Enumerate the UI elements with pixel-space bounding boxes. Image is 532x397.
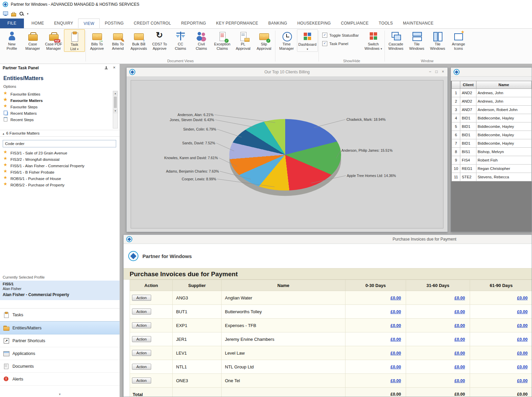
amount-link-31-60[interactable]: £0.00 — [455, 365, 465, 369]
ribbon-tab[interactable]: VIEW — [78, 19, 100, 28]
pin-icon[interactable] — [104, 66, 108, 70]
ribbon-button[interactable]: Case PDFManager — [43, 29, 64, 51]
ribbon-tab[interactable]: POSTING — [100, 19, 129, 28]
binoculars-search-icon[interactable] — [19, 11, 25, 16]
amount-link-31-60[interactable]: £0.00 — [455, 378, 465, 383]
ribbon-tab[interactable]: HOUSEKEEPING — [292, 19, 336, 28]
client-table-row[interactable]: 1 AND2 Andrews, John — [452, 89, 532, 97]
client-table-row[interactable]: 10 REG1 Regan Christopher — [452, 165, 532, 173]
client-table-row[interactable]: 2 AND2 Andrews, John — [452, 97, 532, 106]
ribbon-button[interactable]: PLApproval — [233, 29, 254, 51]
sidebar-nav-item[interactable]: Partner Shortcuts — [0, 334, 120, 347]
ribbon-button[interactable]: SlipApproval — [254, 29, 274, 51]
ribbon-checkbox[interactable]: ✓ Toggle StatusBar — [322, 33, 359, 38]
amount-link-0-30[interactable]: £0.00 — [391, 310, 401, 314]
task-panel-option[interactable]: Favourite Entities — [1, 91, 111, 97]
ribbon-button[interactable]: NewProfile — [1, 29, 22, 51]
action-button[interactable]: Action — [132, 364, 151, 370]
ribbon-button[interactable]: CascadeWindows — [386, 29, 406, 51]
amount-link-61-90[interactable]: £0.00 — [517, 351, 528, 356]
client-table-row[interactable]: 7 BID1 Biddlecombe, Hayley — [452, 139, 532, 148]
task-panel-option[interactable]: Favourite Matters — [1, 97, 111, 103]
close-panel-icon[interactable]: × — [113, 65, 115, 70]
selected-profile[interactable]: FIS5/1 Alan Fisher Alan Fisher - Commerc… — [0, 281, 120, 300]
amount-link-31-60[interactable]: £0.00 — [455, 351, 465, 356]
ribbon-tab[interactable]: COMPLIANCE — [336, 19, 374, 28]
ribbon-tab[interactable]: REPORTING — [176, 19, 211, 28]
action-button[interactable]: Action — [132, 322, 151, 328]
amount-link-0-30[interactable]: £0.00 — [391, 378, 401, 383]
amount-link-61-90[interactable]: £0.00 — [517, 323, 528, 328]
invoice-window-titlebar[interactable]: Purchase Invoices due for Payment — [124, 235, 532, 244]
ribbon-button[interactable]: CDS7 ToApprove — [149, 29, 170, 51]
amount-link-61-90[interactable]: £0.00 — [517, 296, 528, 300]
ribbon-button[interactable]: CCClaims — [170, 29, 191, 51]
scroll-thumb[interactable] — [114, 97, 117, 108]
favourite-matter-item[interactable]: FIS3/2 - Wrongfull dismissial — [1, 156, 118, 162]
client-table-row[interactable]: 8 BIS1 Bishop, Melvyn — [452, 148, 532, 156]
ribbon-button[interactable]: Bills ToApprove — [87, 29, 107, 51]
task-panel-option[interactable]: Recent Matters — [1, 110, 111, 116]
ribbon-button[interactable]: Dashboard ▾ — [297, 29, 318, 52]
ribbon-tab[interactable]: FILE — [0, 19, 24, 28]
chart-window-titlebar[interactable]: Our Top 10 Clients Billing −□× — [127, 68, 447, 77]
ribbon-button[interactable]: TileWindows — [406, 29, 427, 51]
action-button[interactable]: Action — [132, 350, 151, 356]
qat-dropdown-icon[interactable]: ▾ — [27, 12, 29, 15]
ribbon-tab[interactable]: ENQUIRY — [49, 19, 78, 28]
minimize-icon[interactable]: − — [429, 69, 431, 74]
action-button[interactable]: Action — [132, 309, 151, 315]
amount-link-31-60[interactable]: £0.00 — [455, 337, 465, 342]
sidebar-nav-item[interactable]: Tasks — [0, 309, 120, 321]
ribbon-button[interactable]: TaskList ▾ — [64, 29, 85, 52]
ribbon-button[interactable]: TimeManager — [276, 29, 297, 51]
nav-scroll-down-icon[interactable]: ▾ — [0, 392, 120, 396]
amount-link-0-30[interactable]: £0.00 — [391, 323, 401, 328]
ribbon-button[interactable]: ExceptionClaims — [212, 29, 233, 51]
ribbon-tab[interactable]: TOOLS — [374, 19, 398, 28]
action-button[interactable]: Action — [132, 295, 151, 301]
amount-link-31-60[interactable]: £0.00 — [455, 310, 465, 314]
ribbon-tab[interactable]: MAINTENANCE — [398, 19, 439, 28]
amount-link-31-60[interactable]: £0.00 — [455, 323, 465, 328]
ribbon-button[interactable]: TileWindows — [427, 29, 448, 51]
ribbon-tab[interactable]: CREDIT CONTROL — [129, 19, 176, 28]
options-scrollbar[interactable]: ▲ ▼ — [113, 91, 118, 129]
action-button[interactable]: Action — [132, 336, 151, 342]
task-panel-option[interactable]: Recent Steps — [1, 116, 111, 122]
ribbon-button[interactable]: CivilClaims — [191, 29, 212, 51]
client-table-row[interactable]: 6 BID1 Biddlecombe, Hayley — [452, 131, 532, 139]
sidebar-nav-item[interactable]: Alerts — [0, 373, 120, 386]
task-panel-option[interactable]: Favourite Steps — [1, 103, 111, 110]
ribbon-button[interactable]: Bulk BillApprovals — [128, 29, 149, 51]
ribbon-tab[interactable]: HOME — [27, 19, 49, 28]
amount-link-61-90[interactable]: £0.00 — [517, 310, 528, 314]
close-icon[interactable]: × — [442, 69, 444, 74]
client-table-row[interactable]: 4 BID1 Biddlecombe, Hayley — [452, 114, 532, 122]
favourite-matter-item[interactable]: ROBS/2 - Purchase of Property — [1, 181, 118, 188]
amount-link-0-30[interactable]: £0.00 — [391, 351, 401, 356]
amount-link-61-90[interactable]: £0.00 — [517, 365, 528, 369]
favourite-matter-item[interactable]: FIS3/1 - Sale of 23 Grain Avenue — [1, 149, 118, 156]
sidebar-nav-item[interactable]: Documents — [0, 360, 120, 373]
favourite-matter-item[interactable]: ROBS/1 - Purchase of House — [1, 175, 118, 181]
favourite-matters-header[interactable]: ▴6 Favourite Matters — [0, 130, 120, 137]
client-column-header[interactable]: Client — [460, 81, 476, 89]
sidebar-nav-item[interactable]: Applications — [0, 347, 120, 360]
ribbon-tab[interactable]: BANKING — [263, 19, 292, 28]
amount-link-0-30[interactable]: £0.00 — [391, 365, 401, 369]
ribbon-button[interactable]: CaseManager — [22, 29, 43, 51]
favourite-matter-item[interactable]: FIS5/1 - Alan Fisher - Commercial Proper… — [1, 162, 118, 169]
client-table-row[interactable]: 9 FIS4 Robert Fish — [452, 156, 532, 165]
ribbon-button[interactable]: ArrangeIcons — [448, 29, 469, 51]
amount-link-0-30[interactable]: £0.00 — [391, 337, 401, 342]
clients-window-titlebar[interactable] — [451, 68, 532, 77]
client-table-row[interactable]: 11 STE2 Stevens, Rebecca — [452, 173, 532, 181]
collapse-icon[interactable]: ▴ — [3, 132, 4, 135]
ribbon-button[interactable]: Bills ToAmend — [107, 29, 128, 51]
sort-order-box[interactable]: Code order — [3, 140, 116, 147]
amount-link-31-60[interactable]: £0.00 — [455, 296, 465, 300]
amount-link-0-30[interactable]: £0.00 — [391, 296, 401, 300]
favourite-matter-item[interactable]: FIS6/1 - B Fisher Probate — [1, 169, 118, 175]
maximize-icon[interactable]: □ — [435, 69, 438, 74]
